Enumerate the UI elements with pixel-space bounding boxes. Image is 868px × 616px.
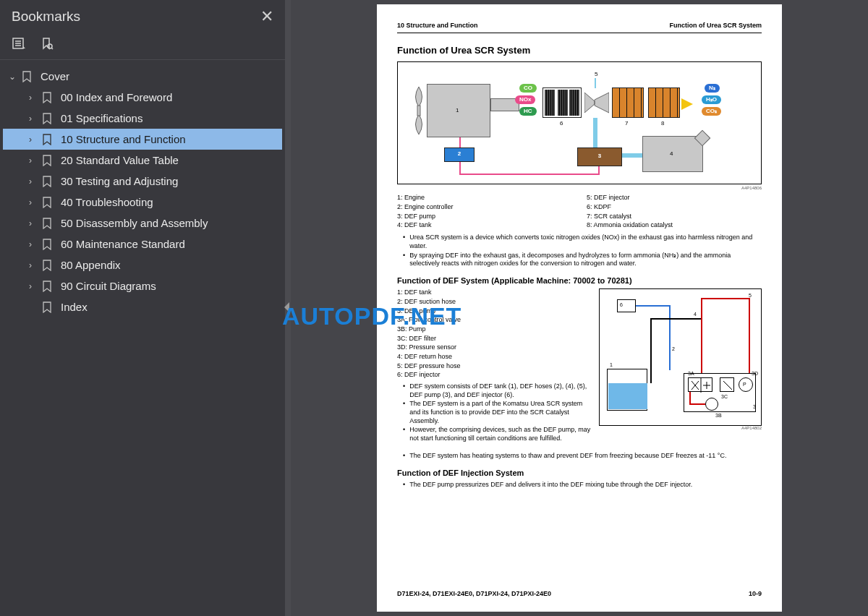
bullets-1: Urea SCR system is a device which conver…: [397, 234, 762, 268]
bookmark-item-9[interactable]: › 90 Circuit Diagrams: [3, 275, 282, 296]
bookmark-label: 30 Testing and Adjusting: [61, 175, 178, 187]
bookmark-cover[interactable]: ⌄ Cover: [3, 66, 282, 87]
diag-connector: [650, 318, 652, 383]
diagram-1-code: A4P14806: [397, 186, 762, 192]
svg-line-5: [51, 48, 53, 49]
bookmark-item-7[interactable]: › 60 Maintenance Standard: [3, 234, 282, 254]
bookmark-icon: [42, 92, 56, 103]
diag-connector: [689, 392, 691, 405]
legend-item: 3: DEF pump: [397, 307, 592, 316]
bookmark-icon: [42, 134, 56, 145]
collapse-sidebar-icon[interactable]: [284, 302, 289, 312]
chevron-right-icon[interactable]: ›: [29, 134, 41, 145]
diag-label-6: 6: [560, 120, 563, 127]
diag-connector: [459, 137, 461, 147]
fan-icon: [411, 82, 427, 139]
diag-leader: [595, 78, 596, 88]
footer-models: D71EXI-24, D71EXI-24E0, D71PXI-24, D71PX…: [397, 590, 551, 599]
header-right: Function of Urea SCR System: [669, 22, 762, 30]
bookmark-icon: [42, 113, 56, 124]
document-viewport[interactable]: 10 Structure and Function Function of Ur…: [291, 0, 868, 616]
close-icon[interactable]: ✕: [260, 7, 273, 26]
bookmark-icon: [42, 155, 56, 166]
legend-item: 4: DEF tank: [397, 221, 572, 230]
bookmark-label: 60 Maintenance Standard: [61, 238, 185, 250]
sidebar-title: Bookmarks: [12, 9, 80, 25]
sidebar-resize-handle[interactable]: [285, 0, 291, 616]
bookmark-label: 01 Specifications: [61, 112, 142, 124]
bookmark-item-4[interactable]: › 30 Testing and Adjusting: [3, 171, 282, 192]
page-footer: D71EXI-24, D71EXI-24E0, D71PXI-24, D71PX…: [397, 590, 762, 599]
diag-connector: [749, 298, 750, 375]
bookmark-icon: [42, 301, 56, 313]
diag-connector: [650, 318, 701, 320]
chevron-spacer: [29, 302, 41, 312]
bookmark-label: 90 Circuit Diagrams: [61, 280, 156, 292]
bookmark-item-5[interactable]: › 40 Troubleshooting: [3, 192, 282, 213]
bullet: By spraying DEF into the exhaust gas, it…: [397, 252, 762, 268]
legend-item: 7: SCR catalyst: [587, 213, 762, 221]
legend-item: 3C: DEF filter: [397, 335, 592, 343]
legend-item: 5: DEF injector: [587, 194, 762, 202]
kdpf-block: [542, 87, 582, 118]
chevron-right-icon[interactable]: ›: [29, 239, 41, 249]
legend-item: 3: DEF pump: [397, 213, 572, 221]
diag2-label-1: 1: [610, 362, 613, 368]
flow-control-valve: [688, 377, 712, 392]
bookmark-item-6[interactable]: › 50 Disassembly and Assembly: [3, 213, 282, 234]
gas-co-badge: CO: [519, 84, 537, 93]
chevron-right-icon[interactable]: ›: [29, 176, 41, 187]
bullet: The DEF system has heating systems to th…: [397, 452, 762, 461]
bookmark-icon: [42, 260, 56, 271]
bookmark-label: 50 Disassembly and Assembly: [61, 217, 208, 229]
chevron-right-icon[interactable]: ›: [29, 281, 41, 291]
bookmark-item-1[interactable]: › 01 Specifications: [3, 108, 282, 129]
section-title-2: Function of DEF System (Applicable Machi…: [397, 275, 762, 286]
mixing-tube: [584, 90, 609, 116]
gas-hc-badge: HC: [519, 107, 537, 116]
diag2-label-3d: 3D: [752, 370, 758, 377]
bookmark-label: Cover: [41, 70, 69, 82]
outline-options-icon[interactable]: [12, 36, 27, 52]
diag-label-1: 1: [456, 107, 459, 114]
bookmark-label: 80 Appendix: [61, 259, 121, 271]
gas-nox-badge: NOx: [515, 95, 535, 104]
bullet: Urea SCR system is a device which conver…: [397, 234, 762, 250]
gas-co2-badge: CO₂: [702, 107, 721, 116]
scr-catalyst-block: [612, 87, 644, 118]
chevron-right-icon[interactable]: ›: [29, 197, 41, 208]
diag-connector: [598, 166, 600, 175]
bookmark-label: 10 Structure and Function: [61, 133, 186, 145]
bookmark-icon: [42, 197, 56, 208]
bookmark-item-0[interactable]: › 00 Index and Foreword: [3, 87, 282, 108]
diag-connector: [701, 298, 702, 375]
bookmark-item-2[interactable]: › 10 Structure and Function: [3, 129, 282, 150]
legend-item: 2: Engine controller: [397, 203, 572, 212]
diag2-label-3a: 3A: [688, 370, 694, 377]
page-running-header: 10 Structure and Function Function of Ur…: [397, 22, 762, 33]
diag-connector: [701, 298, 749, 299]
bookmark-icon: [42, 218, 56, 229]
chevron-right-icon[interactable]: ›: [29, 260, 41, 270]
bullet: DEF system consists of DEF tank (1), DEF…: [397, 382, 592, 399]
bookmark-item-8[interactable]: › 80 Appendix: [3, 254, 282, 275]
find-bookmark-icon[interactable]: [39, 36, 55, 52]
bookmark-item-3[interactable]: › 20 Standard Value Table: [3, 150, 282, 171]
bullets-3: The DEF pump pressurizes DEF and deliver…: [397, 481, 762, 489]
chevron-right-icon[interactable]: ›: [29, 218, 41, 228]
bookmark-label: 40 Troubleshooting: [61, 196, 153, 208]
diag-connector: [689, 403, 705, 405]
chevron-right-icon[interactable]: ›: [29, 114, 41, 124]
chevron-right-icon[interactable]: ›: [29, 155, 41, 166]
gas-h2o-badge: H₂O: [702, 95, 721, 104]
section-title-3: Function of DEF Injection System: [397, 468, 762, 478]
legend-item: 1: DEF tank: [397, 288, 592, 297]
section-title-1: Function of Urea SCR System: [397, 45, 762, 57]
svg-line-8: [723, 381, 732, 390]
bullet: The DEF pump pressurizes DEF and deliver…: [397, 481, 762, 489]
chevron-down-icon[interactable]: ⌄: [9, 72, 20, 82]
bookmark-item-10[interactable]: Index: [3, 296, 282, 317]
bookmark-label: 00 Index and Foreword: [61, 91, 172, 103]
diag-label-7: 7: [625, 120, 628, 127]
chevron-right-icon[interactable]: ›: [29, 93, 41, 103]
